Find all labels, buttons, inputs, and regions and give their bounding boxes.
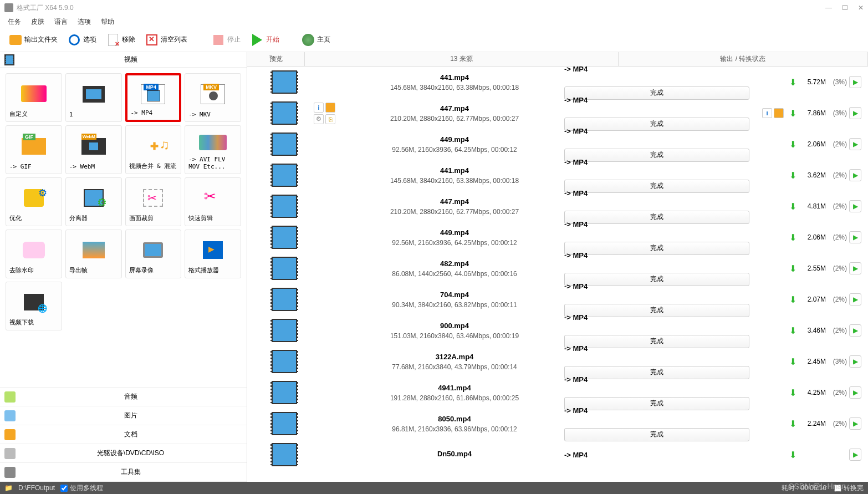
task-row[interactable]: 447.mp4 210.20M, 2880x2160, 62.77Mbps, 0… (247, 191, 868, 222)
category-image[interactable]: 图片 (0, 406, 247, 425)
output-format: -> MP4 (564, 127, 614, 135)
file-info: 77.68M, 2160x3840, 43.79Mbps, 00:00:14 (345, 363, 564, 371)
task-row[interactable]: 4941.mp4 191.28M, 2880x2160, 61.86Mbps, … (247, 377, 868, 408)
file-info: 145.68M, 3840x2160, 63.38Mbps, 00:00:18 (345, 84, 564, 91)
after-convert-checkbox[interactable]: 转换完 (834, 483, 864, 493)
tile-dl[interactable]: 视频下载 (6, 282, 62, 330)
tile-gif[interactable]: -> GIF (6, 125, 62, 174)
info-icon[interactable]: i (314, 103, 324, 113)
menu-task[interactable]: 任务 (8, 17, 21, 27)
multithread-checkbox[interactable]: 使用多线程 (60, 483, 103, 493)
play-button[interactable]: ▶ (849, 262, 861, 274)
category-audio[interactable]: 音频 (0, 388, 247, 406)
output-percent: (2%) (827, 140, 847, 148)
play-button[interactable]: ▶ (849, 324, 861, 337)
play-button[interactable]: ▶ (849, 355, 861, 368)
file-name: 441.mp4 (345, 166, 564, 175)
play-button[interactable]: ▶ (849, 293, 861, 305)
play-button[interactable]: ▶ (849, 231, 861, 243)
home-button[interactable]: 主页 (298, 31, 334, 49)
file-info: 96.81M, 2160x3936, 63.96Mbps, 00:00:12 (345, 425, 564, 433)
folder-icon[interactable]: 📁 (4, 484, 13, 492)
task-row[interactable]: 449.mp4 92.56M, 2160x3936, 64.25Mbps, 00… (247, 129, 868, 160)
video-thumb-icon (272, 412, 297, 435)
start-button[interactable]: 开始 (247, 31, 283, 49)
output-format: -> MP4 (564, 220, 614, 228)
output-format: -> MP4 (564, 158, 614, 166)
copy-icon[interactable]: ⎘ (325, 114, 335, 124)
tile-export[interactable]: 导出帧 (65, 230, 122, 278)
task-row[interactable]: 704.mp4 90.34M, 3840x2160, 63.82Mbps, 00… (247, 284, 868, 315)
output-percent: (2%) (827, 296, 847, 303)
status-done-button[interactable]: 完成 (564, 428, 749, 441)
col-status[interactable]: 输出 / 转换状态 (619, 52, 868, 66)
output-percent: (3%) (827, 78, 847, 86)
tile-webm[interactable]: -> WebM (65, 125, 122, 174)
play-button[interactable]: ▶ (849, 386, 861, 399)
tile-logo[interactable]: 去除水印 (6, 230, 62, 278)
folder-icon[interactable] (774, 108, 784, 118)
info-icon[interactable]: i (762, 108, 772, 118)
down-arrow-icon: ⬇ (788, 170, 797, 181)
category-tools[interactable]: 工具集 (0, 463, 247, 482)
task-row[interactable]: 3122A.mp4 77.68M, 2160x3840, 43.79Mbps, … (247, 346, 868, 377)
tile-crop[interactable]: 画面裁剪 (125, 177, 182, 226)
tile-mkv[interactable]: -> MKV (185, 73, 241, 122)
task-row[interactable]: 8050.mp4 96.81M, 2160x3936, 63.96Mbps, 0… (247, 408, 868, 439)
file-name: 3122A.mp4 (345, 353, 564, 361)
task-row[interactable]: 900.mp4 151.03M, 2160x3840, 63.46Mbps, 0… (247, 315, 868, 346)
maximize-button[interactable]: ☐ (842, 4, 848, 12)
output-path[interactable]: D:\FFOutput (18, 484, 55, 492)
play-button[interactable]: ▶ (849, 449, 861, 461)
file-name: 900.mp4 (345, 322, 564, 330)
category-disc[interactable]: 光驱设备\DVD\CD\ISO (0, 444, 247, 463)
stop-button[interactable]: 停止 (208, 31, 244, 49)
tile-merge[interactable]: 视频合并 & 混流 (125, 125, 182, 174)
tile-split[interactable]: 分离器 (65, 177, 122, 226)
down-arrow-icon: ⬇ (788, 139, 797, 150)
tile-avi[interactable]: -> AVI FLV MOV Etc... (185, 125, 241, 174)
options-button[interactable]: 选项 (64, 31, 100, 49)
list-header: 预览 13 来源 输出 / 转换状态 (247, 52, 868, 67)
menu-skin[interactable]: 皮肤 (31, 17, 44, 27)
task-row[interactable]: 441.mp4 145.68M, 3840x2160, 63.38Mbps, 0… (247, 160, 868, 191)
output-format: -> MP4 (564, 189, 614, 197)
category-doc[interactable]: 文档 (0, 425, 247, 444)
video-category-header[interactable]: 视频 (0, 52, 247, 68)
play-button[interactable]: ▶ (849, 200, 861, 212)
tile-screen[interactable]: 屏幕录像 (125, 230, 182, 278)
tile-mp4[interactable]: -> MP4 (125, 73, 182, 122)
play-button[interactable]: ▶ (849, 76, 861, 88)
file-name: 449.mp4 (345, 135, 564, 144)
menu-help[interactable]: 帮助 (101, 17, 114, 27)
tile-clap[interactable]: 1 (65, 73, 122, 122)
minimize-button[interactable]: — (825, 4, 832, 12)
menu-options[interactable]: 选项 (78, 17, 91, 27)
clear-list-button[interactable]: 清空列表 (142, 31, 191, 49)
play-button[interactable]: ▶ (849, 138, 861, 150)
task-row[interactable]: 441.mp4 145.68M, 3840x2160, 63.38Mbps, 0… (247, 67, 868, 98)
close-button[interactable]: ✕ (858, 4, 864, 12)
folder-icon[interactable] (325, 103, 335, 113)
remove-button[interactable]: 移除 (103, 31, 139, 49)
task-row[interactable]: i⚙⎘ 447.mp4 210.20M, 2880x2160, 62.77Mbp… (247, 98, 868, 129)
play-button[interactable]: ▶ (849, 107, 861, 119)
tile-cut[interactable]: 快速剪辑 (185, 177, 241, 226)
tile-opt[interactable]: 优化 (6, 177, 62, 226)
play-button[interactable]: ▶ (849, 169, 861, 181)
output-size: 2.45M (799, 358, 826, 365)
task-row[interactable]: 482.mp4 86.08M, 1440x2560, 44.06Mbps, 00… (247, 253, 868, 284)
task-row[interactable]: 449.mp4 92.56M, 2160x3936, 64.25Mbps, 00… (247, 222, 868, 253)
task-row[interactable]: Dn50.mp4 -> MP4 ⬇ ▶ (247, 439, 868, 470)
col-preview[interactable]: 预览 (247, 52, 305, 66)
file-name: 704.mp4 (345, 291, 564, 299)
video-thumb-icon (272, 70, 297, 94)
tile-player[interactable]: 格式播放器 (185, 230, 241, 278)
gear-icon[interactable]: ⚙ (314, 114, 324, 124)
output-percent: (3%) (827, 358, 847, 365)
play-button[interactable]: ▶ (849, 417, 861, 430)
menu-language[interactable]: 语言 (54, 17, 68, 27)
col-source[interactable]: 13 来源 (305, 52, 619, 66)
tile-custom[interactable]: 自定义 (6, 73, 62, 122)
output-folder-button[interactable]: 输出文件夹 (6, 31, 61, 49)
